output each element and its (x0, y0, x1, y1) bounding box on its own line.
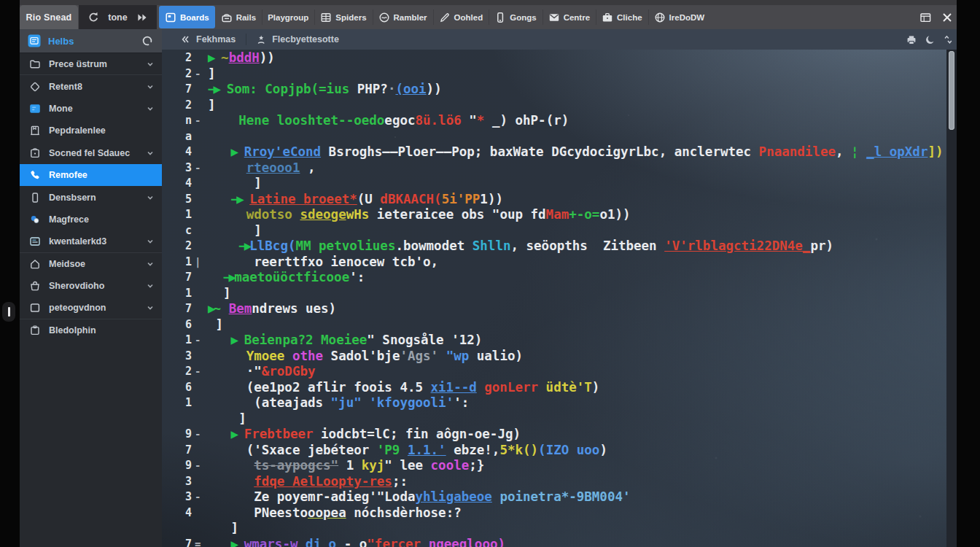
chevron-down-icon[interactable] (146, 82, 155, 91)
code-token: "ju" (331, 395, 362, 410)
toolbar-button-label: Centre (564, 13, 590, 22)
line-number: 2 (162, 238, 192, 255)
code-text: −▶LlBcg(MM petvoliues.bowmodet Shlln, se… (208, 238, 833, 255)
sidebar-item-kwentalerkd3[interactable]: kwentalerkd3 (20, 230, 162, 252)
chevron-down-icon[interactable] (146, 193, 155, 202)
code-token: (ee1po2 aflir foois 4.5 (208, 380, 431, 395)
code-text: ▶~ Bemndrews ues) (208, 301, 336, 317)
code-token: ▶ (208, 50, 214, 65)
fold-marker[interactable]: - (192, 427, 208, 443)
sidebar-item-peteogvdnon[interactable]: peteogvdnon (20, 297, 162, 319)
undo-icon[interactable] (88, 12, 99, 23)
sidebar-item-socned-fel-sdauec[interactable]: Socned fel Sdauec (20, 142, 162, 164)
sidebar-item-mone[interactable]: Mone (20, 98, 162, 120)
code-token: coole (431, 458, 470, 473)
toolbar-button-iredodw[interactable]: IreDoDW (648, 5, 711, 29)
fast-forward-icon[interactable] (136, 12, 148, 23)
window-tab[interactable]: Rio Snead (20, 5, 78, 29)
fold-marker (192, 223, 208, 239)
code-token: wHs (346, 207, 370, 222)
code-text: reerttfxo ienocew tcb'o, (208, 255, 438, 271)
fold-marker (192, 474, 208, 490)
editor-tab-fekhmas[interactable]: Fekhmas (169, 29, 246, 50)
sidebar-item-meidsoe[interactable]: Meidsoe (20, 253, 162, 275)
fold-marker[interactable]: = (192, 537, 208, 547)
chevron-down-icon[interactable] (146, 60, 155, 69)
toolbar-button-centre[interactable]: Centre (542, 5, 596, 29)
code-token: gonLerr (477, 380, 538, 395)
fold-marker[interactable]: - (192, 113, 208, 129)
toolbar-button-rails[interactable]: Rails (215, 5, 262, 29)
fold-marker (192, 270, 208, 286)
toolbar-button-cliche[interactable]: Cliche (596, 5, 648, 29)
code-token (208, 207, 246, 222)
code-token: ~ (221, 50, 229, 65)
sidebar-header[interactable]: Helbs (20, 29, 162, 53)
sidebar-item-pepdralenlee[interactable]: Pepdralenlee (20, 120, 162, 141)
fold-marker (192, 50, 208, 66)
toolbar-button-label: Oohled (454, 13, 483, 22)
line-number: 1 (162, 286, 192, 302)
chevron-down-icon[interactable] (146, 282, 155, 290)
sidebar-item-densbsern[interactable]: Densbsern (20, 186, 162, 208)
code-line: 2- ·"&roDGby (162, 364, 942, 380)
sidebar-item-remofee[interactable]: Remofee (20, 164, 162, 186)
code-token: ▶ (208, 301, 214, 316)
sidebar-items: Prece üstrumRetent8MonePepdralenleeSocne… (20, 53, 162, 547)
line-number: 4 (162, 505, 192, 521)
sidebar-item-prece-strum[interactable]: Prece üstrum (20, 53, 162, 75)
line-number: 9 (162, 458, 192, 474)
toolbar-button-rambler[interactable]: Rambler (373, 5, 433, 29)
code-area[interactable]: 2▶ ~bddH))2-]7−▶ Som: Copjpb(=ius PHP?·(… (162, 50, 957, 547)
code-token: ] (208, 317, 223, 332)
toolbar-button-gongs[interactable]: Gongs (489, 5, 542, 29)
fold-marker[interactable]: | (192, 255, 208, 271)
fold-marker[interactable]: - (192, 489, 208, 505)
fold-marker[interactable]: - (192, 458, 208, 474)
code-text: −▶ Latine broeet*(U dBKAACH(5i'PP1)) (208, 192, 503, 208)
toolbar-button-spiders[interactable]: Spiders (314, 5, 372, 29)
refresh-icon[interactable] (141, 35, 153, 47)
code-token: ndrews ues) (252, 301, 336, 316)
chevrons-icon[interactable] (943, 34, 954, 44)
sidebar-collapse-handle[interactable] (2, 302, 15, 322)
code-line: 1| reerttfxo ienocew tcb'o, (162, 255, 942, 271)
fold-marker[interactable]: - (192, 66, 208, 82)
close-icon[interactable] (941, 12, 953, 23)
sidebar-item-bledolphin[interactable]: Bledolphin (20, 319, 162, 341)
code-token: 5i'PP (442, 192, 481, 206)
code-token: ] (208, 521, 238, 535)
line-number: 3 (162, 489, 192, 505)
window-restore-icon[interactable] (919, 12, 932, 23)
scrollbar-thumb[interactable] (949, 51, 954, 130)
editor: FekhmasFlecbyettesotte 2▶ ~bddH))2-]7−▶ … (162, 29, 957, 547)
chevron-down-icon[interactable] (146, 149, 155, 158)
moon-icon[interactable] (925, 34, 936, 45)
sidebar-item-sherovdioho[interactable]: Sherovdioho (20, 275, 162, 297)
sidebar-item-magfrece[interactable]: Magfrece (20, 209, 162, 230)
scrollbar-track[interactable] (946, 50, 957, 547)
toolbar-buttons: BoardsRailsPlaygroupSpidersRamblerOohled… (159, 5, 710, 29)
chevron-down-icon[interactable] (146, 303, 155, 312)
code-token: ': (454, 395, 469, 410)
fold-marker[interactable]: - (192, 333, 208, 349)
fold-marker[interactable]: - (192, 160, 208, 176)
chevron-down-icon[interactable] (146, 260, 155, 268)
fold-marker[interactable]: - (192, 364, 208, 380)
toolbar-button-oohled[interactable]: Oohled (433, 5, 489, 29)
toolbar-button-playgroup[interactable]: Playgroup (262, 5, 314, 29)
toolbar-button-boards[interactable]: Boards (159, 6, 215, 28)
editor-tab-flecbyettesotte[interactable]: Flecbyettesotte (246, 29, 349, 50)
code-token: ~ (214, 301, 222, 316)
code-token: , seöopths Zitbeen (510, 238, 664, 253)
code-token: (U (357, 192, 381, 206)
app-badge-icon (28, 34, 41, 47)
sidebar-item-retent8[interactable]: Retent8 (20, 75, 162, 97)
chevron-down-icon[interactable] (146, 104, 155, 113)
chevron-down-icon[interactable] (146, 237, 155, 246)
toolbar-button-label: Spiders (335, 13, 366, 22)
code-token: "fercer (367, 537, 421, 547)
code-token (208, 474, 254, 489)
code-token: dBKAACH( (380, 192, 441, 206)
printer-icon[interactable] (906, 34, 917, 45)
